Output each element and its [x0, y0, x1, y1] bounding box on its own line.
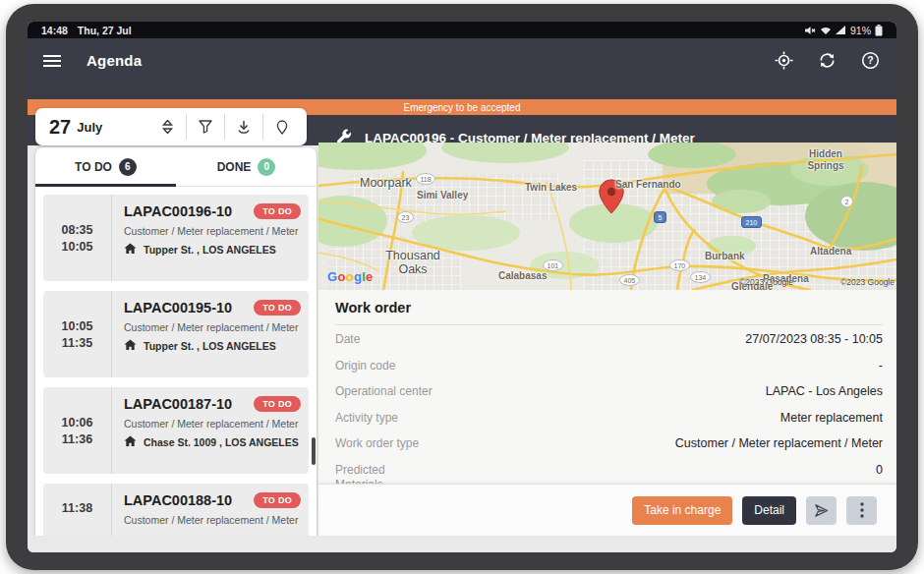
sync-icon[interactable] [816, 50, 837, 72]
work-order-code: LAPAC00188-10 [124, 492, 232, 508]
time-end: 11:35 [62, 336, 92, 350]
work-order-card[interactable]: 10:06 11:36 LAPAC00187-10 TO DO Customer… [43, 387, 309, 474]
home-icon [124, 243, 137, 257]
navigate-button[interactable] [806, 496, 837, 525]
wifi-icon [820, 26, 832, 35]
highway-shield: 118 [416, 173, 435, 185]
work-order-type: Customer / Meter replacement / Meter [124, 418, 301, 430]
filter-icon[interactable] [187, 115, 224, 139]
work-order-code: LAPAC00187-10 [124, 396, 232, 412]
work-order-card[interactable]: 08:35 10:05 LAPAC00196-10 TO DO Customer… [43, 195, 309, 281]
work-order-address: Tupper St. , LOS ANGELES [144, 244, 276, 256]
status-date: Thu, 27 Jul [78, 25, 132, 36]
logo-letter: e [366, 269, 374, 284]
detail-label: Date [335, 332, 360, 347]
detail-value: Customer / Meter replacement / Meter [675, 436, 883, 450]
download-icon[interactable] [225, 115, 262, 139]
time-start: 08:35 [62, 223, 93, 237]
detail-value: LAPAC - Los Angeles [766, 384, 883, 398]
detail-row: Work order type Customer / Meter replace… [335, 430, 883, 456]
status-badge: TO DO [254, 396, 301, 412]
work-order-type: Customer / Meter replacement / Meter [124, 514, 301, 526]
time-start: 11:38 [62, 501, 92, 515]
battery-icon [875, 25, 883, 36]
work-order-list: 08:35 10:05 LAPAC00196-10 TO DO Customer… [35, 187, 317, 536]
detail-value: 27/07/2023 08:35 - 10:05 [745, 332, 883, 346]
detail-value: 0 [876, 463, 883, 477]
agenda-list-panel: TO DO 6 DONE 0 08:35 10:05 LAPAC001 [35, 147, 317, 536]
todo-count-badge: 6 [119, 158, 137, 176]
highway-shield: 170 [669, 259, 690, 271]
highway-shield: 5 [654, 211, 666, 223]
tab-done[interactable]: DONE 0 [176, 147, 317, 186]
time-slot: 11:38 [43, 484, 112, 536]
gps-locate-icon[interactable] [773, 50, 794, 72]
highway-shield: 134 [690, 271, 711, 283]
work-order-card[interactable]: 10:05 11:35 LAPAC00195-10 TO DO Customer… [43, 291, 309, 377]
time-slot: 08:35 10:05 [43, 195, 112, 281]
help-icon[interactable]: ? [859, 50, 881, 72]
map-label: Simi Valley [417, 190, 468, 201]
list-scrollbar[interactable] [312, 437, 316, 465]
emergency-banner-text: Emergency to be accepted [404, 102, 521, 113]
work-order-card[interactable]: 11:38 LAPAC00188-10 TO DO Customer / Met… [43, 484, 309, 536]
take-in-charge-button[interactable]: Take in charge [632, 496, 732, 525]
map-label: San Fernando [615, 179, 681, 190]
tab-done-label: DONE [217, 160, 252, 174]
logo-letter: o [337, 269, 345, 284]
time-end: 10:05 [62, 240, 93, 254]
time-start: 10:05 [62, 319, 93, 333]
status-bar: 14:48 Thu, 27 Jul 91% [28, 22, 896, 38]
map-label: Burbank [705, 251, 745, 261]
date-selector: 27 July [35, 108, 307, 145]
map-attribution: ©2023 Google [840, 277, 895, 287]
detail-label: Work order type [335, 436, 419, 451]
highway-shield: 405 [619, 274, 640, 286]
date-month[interactable]: July [77, 120, 102, 135]
logo-letter: o [346, 269, 354, 284]
highway-shield: 2 [840, 196, 853, 207]
map-label: Hidden Springs [800, 148, 851, 171]
status-badge: TO DO [254, 203, 301, 219]
map[interactable]: Moorpark Simi Valley Twin Lakes San Fern… [318, 143, 896, 290]
sort-icon[interactable] [148, 115, 186, 139]
tab-todo[interactable]: TO DO 6 [35, 147, 176, 186]
mute-icon [805, 26, 816, 35]
map-label: Twin Lakes [525, 182, 577, 193]
work-order-address: Tupper St. , LOS ANGELES [144, 340, 276, 352]
more-options-button[interactable] [846, 496, 877, 525]
map-label: Calabasas [498, 270, 547, 281]
detail-row: Activity type Meter replacement [335, 404, 883, 430]
detail-value: Meter replacement [780, 411, 883, 425]
time-end: 11:36 [62, 432, 92, 446]
highway-shield: 101 [543, 259, 563, 271]
time-start: 10:06 [62, 416, 93, 430]
bottom-strip [28, 536, 896, 552]
work-order-address: Chase St. 1009 , LOS ANGELES [144, 436, 299, 448]
work-order-code: LAPAC00196-10 [124, 203, 232, 219]
highway-shield: 23 [397, 211, 414, 223]
work-order-type: Customer / Meter replacement / Meter [124, 225, 301, 237]
logo-letter: g [354, 269, 362, 284]
map-pin-icon[interactable] [263, 115, 301, 139]
time-slot: 10:06 11:36 [43, 387, 112, 474]
detail-label: Operational center [335, 384, 433, 399]
status-time: 14:48 [41, 25, 68, 36]
tabs: TO DO 6 DONE 0 [35, 147, 317, 187]
detail-label: Activity type [335, 411, 398, 426]
date-day[interactable]: 27 [49, 116, 71, 139]
detail-label: Origin code [335, 359, 395, 373]
menu-icon[interactable] [43, 55, 61, 67]
detail-row: Date 27/07/2023 08:35 - 10:05 [335, 325, 883, 352]
tablet-frame: 14:48 Thu, 27 Jul 91% Agenda ? [6, 4, 918, 570]
map-label: Moorpark [360, 176, 412, 190]
map-attribution: ©2023 Google [739, 277, 793, 287]
detail-value: - [879, 359, 883, 373]
map-label: Thousand Oaks [377, 249, 448, 277]
done-count-badge: 0 [258, 158, 275, 176]
battery-percent: 91% [850, 25, 871, 36]
detail-button[interactable]: Detail [742, 496, 796, 525]
details-title: Work order [335, 300, 883, 325]
svg-text:?: ? [867, 55, 873, 66]
work-order-type: Customer / Meter replacement / Meter [124, 321, 301, 333]
